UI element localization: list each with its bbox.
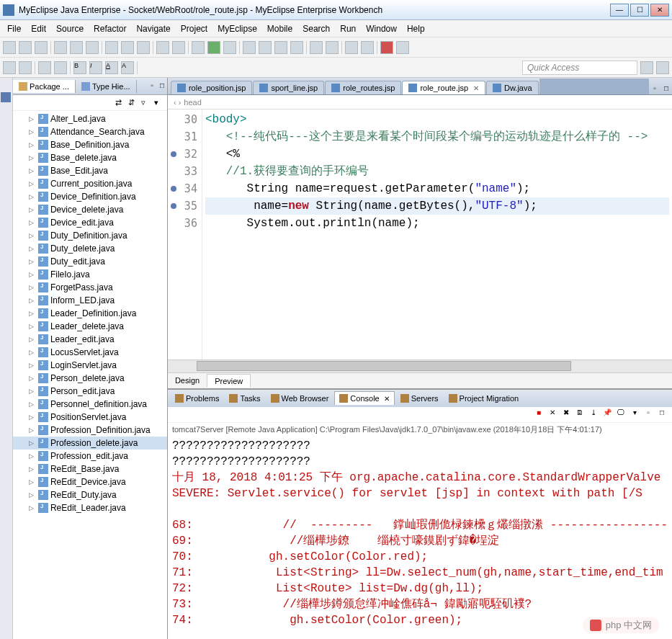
search-icon[interactable]	[310, 41, 323, 54]
expand-icon[interactable]: ▷	[29, 414, 36, 421]
folder-icon[interactable]	[137, 41, 150, 54]
save-icon[interactable]	[19, 41, 32, 54]
tree-item[interactable]: ▷FileIo.java	[13, 268, 167, 281]
expand-icon[interactable]: ▷	[29, 206, 36, 213]
code-line[interactable]: String name=request.getParameter("name")…	[205, 180, 669, 197]
save-all-icon[interactable]	[35, 41, 48, 54]
editor-max-icon[interactable]: □	[660, 84, 672, 94]
maximize-button[interactable]: ☐	[630, 4, 649, 17]
expand-icon[interactable]: ▷	[29, 232, 36, 239]
tab-servers[interactable]: Servers	[396, 392, 443, 405]
expand-icon[interactable]: ▷	[29, 141, 36, 148]
tab-preview[interactable]: Preview	[207, 374, 251, 388]
code-line[interactable]: //1.获得要查询的手环编号	[205, 163, 669, 180]
menu-refactor[interactable]: Refactor	[89, 22, 130, 35]
tab-package-explorer[interactable]: Package ...	[13, 80, 76, 93]
link-icon[interactable]: ⇵	[128, 98, 138, 108]
close-button[interactable]: ✕	[650, 4, 669, 17]
tab-problems[interactable]: Problems	[171, 392, 223, 405]
tree-item[interactable]: ▷ReEdit_Duty.java	[13, 488, 167, 501]
terminate-icon[interactable]: ■	[533, 408, 545, 420]
scroll-lock-icon[interactable]: ⤓	[588, 408, 599, 420]
stop-icon[interactable]	[380, 41, 393, 54]
code-line[interactable]: <body>	[205, 111, 669, 128]
expand-icon[interactable]: ▷	[29, 439, 36, 447]
tree-item[interactable]: ▷Profession_edit.java	[13, 450, 167, 463]
minimize-button[interactable]: —	[610, 4, 629, 17]
expand-icon[interactable]: ▷	[29, 426, 36, 434]
expand-icon[interactable]: ▷	[29, 271, 36, 278]
tree-item[interactable]: ▷ReEdit_Base.java	[13, 463, 167, 475]
editor-tab[interactable]: sport_line.jsp	[253, 81, 324, 94]
expand-icon[interactable]: ▷	[29, 452, 36, 460]
expand-icon[interactable]: ▷	[29, 465, 36, 473]
expand-icon[interactable]: ▷	[29, 349, 36, 356]
expand-icon[interactable]: ▷	[29, 336, 36, 343]
wizard-icon[interactable]	[105, 41, 118, 54]
code-line[interactable]: name=new String(name.getBytes(),"UTF-8")…	[205, 197, 669, 215]
menu-run[interactable]: Run	[336, 22, 360, 35]
tree-item[interactable]: ▷Person_delete.java	[13, 372, 167, 385]
expand-icon[interactable]: ▷	[29, 180, 36, 187]
sync-icon[interactable]	[70, 41, 83, 54]
tab-tasks[interactable]: Tasks	[225, 392, 264, 405]
quick-access-input[interactable]: Quick Access	[522, 61, 637, 75]
tree-item[interactable]: ▷Duty_Definition.java	[13, 229, 167, 242]
export-icon[interactable]	[86, 41, 99, 54]
filter-icon[interactable]: ▿	[141, 98, 151, 108]
pin-icon[interactable]: 📌	[601, 408, 613, 420]
expand-icon[interactable]: ▷	[29, 128, 36, 135]
db-icon[interactable]	[172, 41, 185, 54]
editor-tab[interactable]: role_route.jsp✕	[402, 81, 485, 94]
tab-web-browser[interactable]: Web Browser	[266, 392, 333, 405]
underline-icon[interactable]: A	[105, 61, 118, 74]
tree-item[interactable]: ▷ReEdit_Device.java	[13, 475, 167, 488]
expand-icon[interactable]: ▷	[29, 258, 36, 265]
tab-project-migration[interactable]: Project Migration	[444, 392, 524, 405]
close-tab-icon[interactable]: ✕	[473, 84, 479, 92]
menu-source[interactable]: Source	[52, 22, 88, 35]
menu-icon[interactable]: ▾	[154, 98, 164, 108]
tree-item[interactable]: ▷Personnel_definition.java	[13, 398, 167, 411]
editor-tab[interactable]: Dw.java	[486, 81, 539, 94]
hide-icon[interactable]	[3, 61, 16, 74]
run-icon[interactable]	[207, 41, 220, 54]
menu-myeclipse[interactable]: MyEclipse	[213, 22, 261, 35]
view-icon[interactable]	[1, 92, 11, 102]
show-icon[interactable]	[19, 61, 32, 74]
tree-item[interactable]: ▷Profession_delete.java	[13, 437, 167, 450]
expand-icon[interactable]: ▷	[29, 388, 36, 395]
expand-icon[interactable]: ▷	[29, 401, 36, 408]
menu-project[interactable]: Project	[176, 22, 212, 35]
editor-hscroll[interactable]	[168, 359, 672, 372]
view-min-icon[interactable]: ▫	[147, 81, 157, 91]
expand-icon[interactable]: ▷	[29, 491, 36, 499]
fwd-icon[interactable]	[361, 41, 374, 54]
bold-icon[interactable]: B	[73, 61, 86, 74]
close-icon[interactable]: ✕	[384, 395, 390, 403]
expand-icon[interactable]: ▷	[29, 167, 36, 174]
back-icon[interactable]	[345, 41, 358, 54]
expand-icon[interactable]: ▷	[29, 375, 36, 382]
tree-item[interactable]: ▷ForgetPass.java	[13, 281, 167, 294]
expand-icon[interactable]: ▷	[29, 297, 36, 304]
tool4-icon[interactable]	[290, 41, 303, 54]
breadcrumb-expand-icon[interactable]: ‹ ›	[174, 98, 181, 107]
italic-icon[interactable]: I	[89, 61, 102, 74]
debug-icon[interactable]	[192, 41, 205, 54]
indent-icon[interactable]	[38, 61, 51, 74]
tree-item[interactable]: ▷Alter_Led.java	[13, 112, 167, 125]
tree-item[interactable]: ▷Leader_edit.java	[13, 333, 167, 346]
tab-console[interactable]: Console✕	[334, 391, 394, 405]
tool1-icon[interactable]	[243, 41, 256, 54]
collapse-icon[interactable]: ⇄	[115, 98, 125, 108]
persp1-icon[interactable]	[640, 61, 653, 74]
expand-icon[interactable]: ▷	[29, 245, 36, 252]
menu-window[interactable]: Window	[362, 22, 401, 35]
run-ext-icon[interactable]	[223, 41, 236, 54]
open-console-icon[interactable]: ▾	[629, 408, 640, 420]
tree-item[interactable]: ▷Device_delete.java	[13, 203, 167, 216]
menu-help[interactable]: Help	[403, 22, 429, 35]
editor-tab[interactable]: role_position.jsp	[171, 81, 253, 94]
tree-item[interactable]: ▷Base_delete.java	[13, 151, 167, 164]
